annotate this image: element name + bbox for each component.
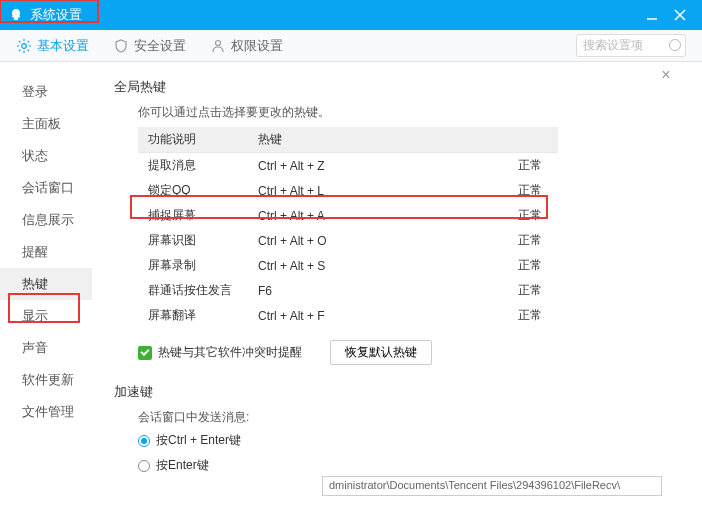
titlebar: 系统设置 (0, 0, 702, 30)
table-row[interactable]: 屏幕识图Ctrl + Alt + O正常 (138, 228, 558, 253)
send-msg-radio-group: 按Ctrl + Enter键 按Enter键 (138, 432, 680, 474)
gear-icon (16, 38, 32, 54)
radio-dot-icon (138, 460, 150, 472)
user-icon (210, 38, 226, 54)
qq-icon (8, 7, 24, 23)
minimize-button[interactable] (638, 1, 666, 29)
sidebar-item-sound[interactable]: 声音 (0, 332, 92, 364)
sidebar-item-login[interactable]: 登录 (0, 76, 92, 108)
section-global-hotkey-title: 全局热键 (114, 78, 680, 96)
conflict-checkbox-label: 热键与其它软件冲突时提醒 (158, 344, 302, 361)
sidebar-item-panel[interactable]: 主面板 (0, 108, 92, 140)
search-input[interactable]: 搜索设置项 (576, 34, 686, 57)
check-icon (138, 346, 152, 360)
send-msg-label: 会话窗口中发送消息: (138, 409, 680, 426)
table-row[interactable]: 屏幕录制Ctrl + Alt + S正常 (138, 253, 558, 278)
sidebar-item-hotkey[interactable]: 热键 (0, 268, 92, 300)
table-row[interactable]: 提取消息Ctrl + Alt + Z正常 (138, 153, 558, 179)
table-row[interactable]: 屏幕翻译Ctrl + Alt + F正常 (138, 303, 558, 328)
tabs-row: 基本设置 安全设置 权限设置 搜索设置项 (0, 30, 702, 62)
file-path-field[interactable]: dministrator\Documents\Tencent Files\294… (322, 476, 662, 496)
sidebar-item-remind[interactable]: 提醒 (0, 236, 92, 268)
radio-dot-icon (138, 435, 150, 447)
restore-default-button[interactable]: 恢复默认热键 (330, 340, 432, 365)
radio-enter[interactable]: 按Enter键 (138, 457, 680, 474)
sidebar-item-chat[interactable]: 会话窗口 (0, 172, 92, 204)
table-row[interactable]: 群通话按住发言F6正常 (138, 278, 558, 303)
col-func: 功能说明 (138, 127, 248, 153)
conflict-checkbox[interactable]: 热键与其它软件冲突时提醒 (138, 344, 302, 361)
col-key: 热键 (248, 127, 458, 153)
window-title: 系统设置 (30, 6, 82, 24)
hotkey-table: 功能说明 热键 提取消息Ctrl + Alt + Z正常 锁定QQCtrl + … (138, 127, 558, 328)
tab-basic[interactable]: 基本设置 (16, 37, 89, 55)
main-panel: × 全局热键 你可以通过点击选择要更改的热键。 功能说明 热键 提取消息Ctrl… (92, 62, 702, 510)
svg-point-3 (22, 43, 27, 48)
sidebar-item-status[interactable]: 状态 (0, 140, 92, 172)
close-button[interactable] (666, 1, 694, 29)
radio-ctrl-enter[interactable]: 按Ctrl + Enter键 (138, 432, 680, 449)
sidebar-item-info[interactable]: 信息展示 (0, 204, 92, 236)
svg-point-4 (216, 40, 221, 45)
dialog-close-button[interactable]: × (658, 68, 674, 84)
sidebar-item-file[interactable]: 文件管理 (0, 396, 92, 428)
col-status (458, 127, 558, 153)
tab-label: 安全设置 (134, 37, 186, 55)
section-global-hotkey-desc: 你可以通过点击选择要更改的热键。 (138, 104, 680, 121)
tab-security[interactable]: 安全设置 (113, 37, 186, 55)
shield-icon (113, 38, 129, 54)
table-row[interactable]: 捕捉屏幕Ctrl + Alt + A正常 (138, 203, 558, 228)
tab-label: 权限设置 (231, 37, 283, 55)
sidebar-item-update[interactable]: 软件更新 (0, 364, 92, 396)
tab-permission[interactable]: 权限设置 (210, 37, 283, 55)
table-row[interactable]: 锁定QQCtrl + Alt + L正常 (138, 178, 558, 203)
tab-label: 基本设置 (37, 37, 89, 55)
search-placeholder: 搜索设置项 (583, 38, 643, 52)
sidebar-item-display[interactable]: 显示 (0, 300, 92, 332)
section-accel-title: 加速键 (114, 383, 680, 401)
sidebar: 登录 主面板 状态 会话窗口 信息展示 提醒 热键 显示 声音 软件更新 文件管… (0, 62, 92, 510)
